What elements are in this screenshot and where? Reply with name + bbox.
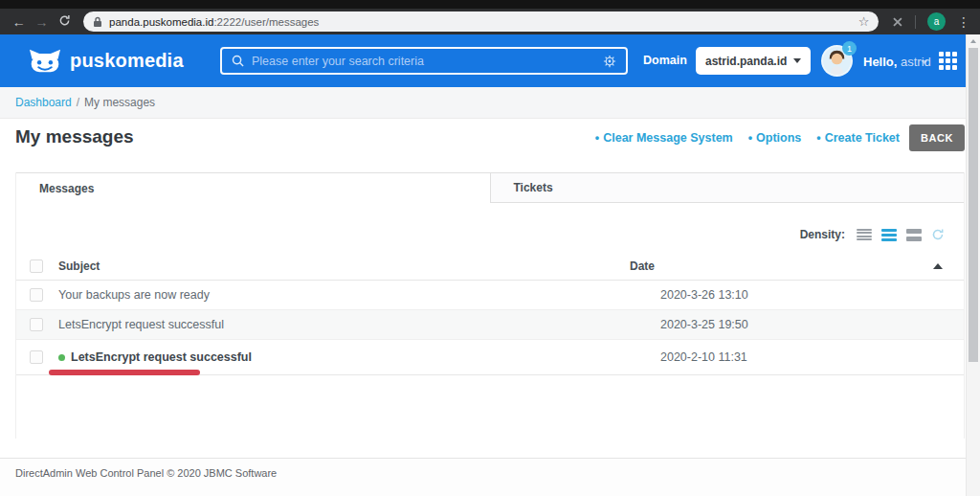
url-path: :2222/user/messages bbox=[213, 16, 319, 28]
options-link[interactable]: •Options bbox=[748, 131, 802, 145]
message-subject[interactable]: Your backups are now ready bbox=[58, 288, 660, 302]
row-checkbox[interactable] bbox=[30, 318, 43, 331]
message-subject-text: Your backups are now ready bbox=[58, 288, 210, 302]
search-settings-gear-icon[interactable] bbox=[603, 55, 616, 68]
row-checkbox[interactable] bbox=[30, 350, 43, 364]
message-row[interactable]: LetsEncrypt request successful 2020-3-25… bbox=[16, 310, 964, 340]
greeting-caret-icon bbox=[921, 60, 928, 64]
density-normal-icon[interactable] bbox=[881, 229, 897, 241]
brand-logo[interactable]: puskomedia bbox=[29, 48, 184, 74]
url-text: panda.puskomedia.id:2222/user/messages bbox=[109, 16, 319, 28]
options-label: Options bbox=[756, 131, 801, 145]
url-domain: panda.puskomedia.id bbox=[109, 16, 213, 28]
brand-name: puskomedia bbox=[70, 50, 184, 72]
browser-menu-icon[interactable]: ⋮ bbox=[957, 14, 970, 30]
toolbar-separator bbox=[915, 15, 916, 29]
reload-icon-glyph bbox=[58, 14, 71, 27]
browser-profile-avatar[interactable]: a bbox=[927, 12, 946, 31]
message-row-unread[interactable]: LetsEncrypt request successful 2020-2-10… bbox=[16, 340, 964, 375]
breadcrumb: Dashboard / My messages bbox=[0, 87, 980, 119]
app-header: puskomedia Domain astrid.panda.id 1 Hell… bbox=[0, 34, 980, 87]
apps-grid-icon[interactable] bbox=[939, 52, 958, 71]
column-subject[interactable]: Subject bbox=[58, 259, 630, 273]
table-header: Subject Date bbox=[16, 253, 964, 281]
domain-select[interactable]: astrid.panda.id bbox=[696, 47, 811, 75]
density-controls: Density: bbox=[800, 228, 945, 241]
message-date: 2020-3-25 19:50 bbox=[660, 318, 964, 331]
reload-icon[interactable] bbox=[53, 14, 76, 30]
breadcrumb-current: My messages bbox=[84, 96, 155, 109]
bullet-icon: • bbox=[748, 131, 752, 145]
page-footer: DirectAdmin Web Control Panel © 2020 JBM… bbox=[0, 458, 980, 496]
message-subject[interactable]: LetsEncrypt request successful bbox=[58, 350, 660, 364]
cat-logo-icon bbox=[29, 48, 61, 74]
create-ticket-label: Create Ticket bbox=[825, 131, 900, 145]
clear-message-system-label: Clear Message System bbox=[603, 131, 733, 145]
bullet-icon: • bbox=[595, 131, 599, 145]
breadcrumb-separator: / bbox=[77, 96, 79, 109]
extension-x-icon[interactable] bbox=[892, 16, 903, 28]
domain-select-value: astrid.panda.id bbox=[705, 55, 793, 68]
back-icon[interactable]: ← bbox=[8, 14, 31, 30]
message-subject-text: LetsEncrypt request successful bbox=[71, 350, 252, 364]
scrollbar-up-arrow-icon[interactable] bbox=[970, 39, 976, 43]
refresh-icon[interactable] bbox=[931, 228, 945, 241]
page-scrollbar[interactable] bbox=[966, 34, 980, 496]
footer-text: DirectAdmin Web Control Panel © 2020 JBM… bbox=[15, 467, 980, 479]
messages-panel: Messages Tickets Density: Subject Date Y… bbox=[15, 172, 965, 439]
page-actions: •Clear Message System •Options •Create T… bbox=[0, 131, 900, 145]
search-icon bbox=[232, 55, 244, 67]
sort-asc-icon[interactable] bbox=[933, 263, 943, 269]
density-label: Density: bbox=[800, 228, 845, 241]
browser-tab-strip bbox=[0, 0, 980, 9]
row-checkbox[interactable] bbox=[30, 288, 43, 302]
message-date: 2020-2-10 11:31 bbox=[660, 350, 964, 364]
search-box bbox=[220, 47, 628, 75]
select-all-checkbox[interactable] bbox=[30, 259, 43, 273]
bullet-icon: • bbox=[816, 131, 820, 145]
tab-messages[interactable]: Messages bbox=[16, 173, 490, 203]
chevron-down-icon bbox=[793, 58, 801, 63]
lock-icon bbox=[93, 16, 102, 28]
forward-icon[interactable]: → bbox=[31, 14, 54, 30]
message-subject[interactable]: LetsEncrypt request successful bbox=[58, 318, 660, 331]
domain-label: Domain bbox=[643, 54, 687, 67]
tab-tickets[interactable]: Tickets bbox=[490, 173, 965, 203]
bookmark-star-icon[interactable]: ☆ bbox=[858, 15, 870, 28]
message-subject-text: LetsEncrypt request successful bbox=[58, 318, 224, 331]
greeting-hello: Hello, bbox=[863, 55, 897, 69]
notification-badge[interactable]: 1 bbox=[842, 41, 857, 56]
annotation-red-underline bbox=[49, 370, 200, 375]
back-button[interactable]: BACK bbox=[909, 124, 965, 151]
address-bar[interactable]: panda.puskomedia.id:2222/user/messages ☆ bbox=[83, 11, 879, 32]
unread-dot-icon bbox=[58, 354, 65, 361]
scrollbar-thumb[interactable] bbox=[969, 48, 978, 362]
message-date: 2020-3-26 13:10 bbox=[660, 288, 964, 302]
message-row[interactable]: Your backups are now ready 2020-3-26 13:… bbox=[16, 281, 964, 310]
clear-message-system-link[interactable]: •Clear Message System bbox=[595, 131, 733, 145]
user-avatar-wrap: 1 bbox=[821, 45, 853, 77]
browser-toolbar: ← → panda.puskomedia.id:2222/user/messag… bbox=[0, 9, 980, 34]
density-compact-icon[interactable] bbox=[857, 229, 872, 241]
create-ticket-link[interactable]: •Create Ticket bbox=[816, 131, 900, 145]
search-input[interactable] bbox=[252, 55, 603, 68]
breadcrumb-dashboard-link[interactable]: Dashboard bbox=[15, 96, 72, 109]
column-date[interactable]: Date bbox=[630, 259, 933, 273]
tab-bar: Messages Tickets bbox=[16, 172, 964, 203]
density-comfortable-icon[interactable] bbox=[906, 229, 922, 241]
